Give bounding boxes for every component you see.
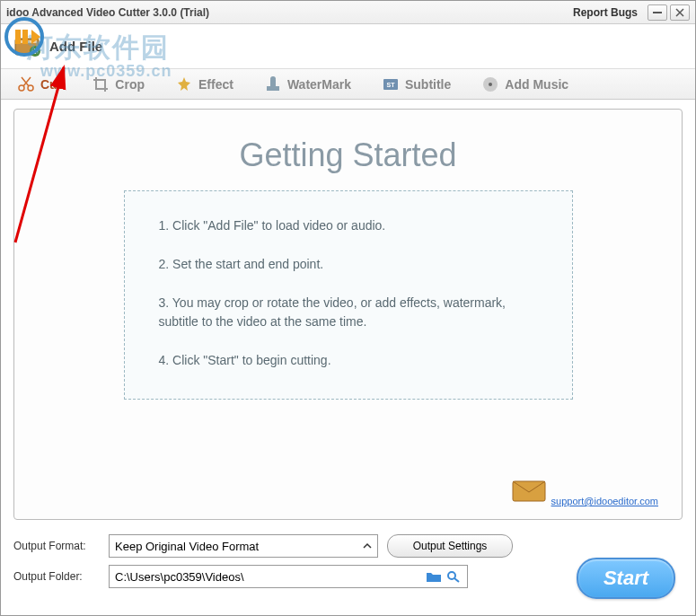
- add-file-button[interactable]: Add File: [13, 35, 102, 58]
- svg-point-11: [270, 76, 276, 82]
- tab-bar: Cut Crop Effect WaterMark ST Subtitle Ad…: [1, 69, 695, 100]
- window-title: idoo Advanced Video Cutter 3.0.0 (Trial): [6, 6, 573, 19]
- svg-point-15: [489, 83, 492, 86]
- svg-text:ST: ST: [386, 82, 395, 88]
- step-item: 4. Click "Start" to begin cutting.: [159, 351, 538, 370]
- close-button[interactable]: [670, 4, 690, 21]
- getting-started-box: 1. Click "Add File" to load video or aud…: [124, 190, 573, 400]
- tab-subtitle[interactable]: ST Subtitle: [376, 74, 456, 95]
- step-item: 2. Set the start and end point.: [159, 255, 538, 274]
- chevron-up-icon: [363, 541, 372, 550]
- browse-icon[interactable]: [445, 570, 462, 583]
- output-folder-label: Output Folder:: [13, 570, 100, 583]
- music-icon: [481, 75, 499, 93]
- output-format-label: Output Format:: [13, 540, 100, 552]
- support-email-link[interactable]: support@idooeditor.com: [551, 496, 658, 506]
- output-settings-button[interactable]: Output Settings: [387, 534, 513, 558]
- content-area: Getting Started 1. Click "Add File" to l…: [1, 100, 695, 525]
- tab-cut[interactable]: Cut: [12, 74, 66, 95]
- minimize-icon: [653, 12, 662, 13]
- star-icon: [175, 75, 193, 93]
- tab-watermark[interactable]: WaterMark: [259, 74, 357, 95]
- subtitle-icon: ST: [382, 75, 400, 93]
- getting-started-title: Getting Started: [31, 136, 665, 174]
- tab-effect[interactable]: Effect: [170, 74, 239, 95]
- svg-rect-0: [653, 12, 662, 13]
- tab-crop[interactable]: Crop: [86, 74, 150, 95]
- output-folder-value: C:\Users\pc0359\Videos\: [115, 570, 422, 584]
- tab-label: Subtitle: [405, 77, 451, 92]
- step-item: 3. You may crop or rotate the video, or …: [159, 294, 538, 331]
- tab-label: WaterMark: [287, 77, 351, 92]
- tab-label: Effect: [198, 77, 233, 92]
- report-bugs-link[interactable]: Report Bugs: [573, 6, 638, 19]
- stamp-icon: [264, 75, 282, 93]
- svg-point-17: [448, 572, 455, 579]
- tab-label: Cut: [40, 77, 61, 92]
- titlebar: idoo Advanced Video Cutter 3.0.0 (Trial)…: [1, 1, 695, 24]
- scissors-icon: [17, 75, 35, 93]
- add-file-icon: [13, 35, 42, 58]
- support-block: support@idooeditor.com: [511, 480, 658, 508]
- envelope-icon: [511, 480, 547, 503]
- open-folder-icon[interactable]: [426, 570, 442, 583]
- output-format-value: Keep Original Video Format: [115, 540, 259, 553]
- svg-rect-5: [17, 40, 37, 43]
- crop-icon: [92, 75, 110, 93]
- step-item: 1. Click "Add File" to load video or aud…: [159, 216, 538, 235]
- tab-add-music[interactable]: Add Music: [476, 74, 574, 95]
- tab-label: Crop: [115, 77, 145, 92]
- main-panel: Getting Started 1. Click "Add File" to l…: [13, 109, 683, 520]
- tab-label: Add Music: [505, 77, 568, 92]
- close-icon: [675, 8, 684, 17]
- add-file-label: Add File: [49, 39, 102, 54]
- add-file-bar: 河东软件园 Add File www.pc0359.cn: [1, 24, 695, 69]
- start-button[interactable]: Start: [577, 558, 675, 599]
- minimize-button[interactable]: [648, 4, 667, 21]
- output-format-dropdown[interactable]: Keep Original Video Format: [109, 534, 378, 558]
- output-folder-field[interactable]: C:\Users\pc0359\Videos\: [109, 565, 468, 588]
- output-format-row: Output Format: Keep Original Video Forma…: [13, 534, 683, 558]
